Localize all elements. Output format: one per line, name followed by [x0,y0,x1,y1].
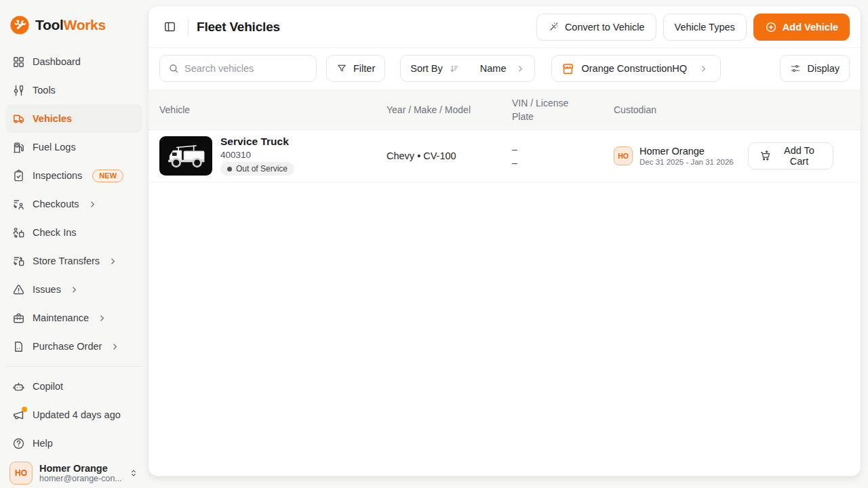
year-make-model-cell: Chevy • CV-100 [387,130,512,182]
custodian-cell: HO Homer Orange Dec 31 2025 - Jan 31 202… [614,130,748,182]
warning-triangle-icon [12,283,25,296]
filter-label: Filter [353,63,375,74]
sidebar-item-help[interactable]: Help [5,429,142,458]
sidebar-footer-nav: Copilot Updated 4 days ago Help [5,366,142,458]
search-box [159,55,317,82]
display-button[interactable]: Display [780,55,850,82]
convert-to-vehicle-label: Convert to Vehicle [565,22,645,33]
vehicle-types-label: Vehicle Types [675,22,735,33]
cart-plus-icon [760,150,771,161]
sidebar-item-vehicles[interactable]: Vehicles [5,104,142,133]
status-badge: Out of Service [220,162,294,176]
sidebar-item-label: Fuel Logs [33,142,76,152]
sidebar-item-label: Checkouts [33,199,79,209]
sliders-icon [790,63,801,74]
sidebar-item-label: Updated 4 days ago [33,409,121,420]
checkout-icon [12,198,25,211]
user-avatar: HO [9,462,33,485]
add-vehicle-button[interactable]: Add Vehicle [753,14,850,41]
robot-icon [12,380,25,393]
license-plate-value: – [512,157,517,168]
toolworks-logo-icon [9,15,30,35]
checkin-icon [12,226,25,239]
storefront-icon [561,62,574,75]
column-header-vin: VIN / License Plate [512,91,587,129]
vehicle-name[interactable]: Service Truck [220,136,294,148]
dashboard-icon [12,56,25,68]
sort-by-label: Sort By [410,63,443,74]
header-divider [188,20,189,35]
chevron-right-icon [111,342,119,351]
vin-value: – [512,144,517,155]
table-row[interactable]: Service Truck 400310 Out of Service Chev… [149,130,861,182]
filter-button[interactable]: Filter [326,55,385,82]
plus-circle-icon [765,21,777,33]
sidebar-item-label: Dashboard [33,56,81,67]
sidebar-item-issues[interactable]: Issues [5,275,142,304]
sidebar-item-check-ins[interactable]: Check Ins [5,218,142,247]
truck-icon [12,113,25,125]
sidebar-item-fuel-logs[interactable]: Fuel Logs [5,133,142,161]
header-actions: Convert to Vehicle Vehicle Types Add Veh… [536,14,850,41]
location-selector[interactable]: Orange ConstructionHQ [551,55,721,82]
column-header-year-make-model: Year / Make / Model [387,91,512,129]
sidebar-item-label: Check Ins [33,227,76,238]
main-panel: Fleet Vehicles Convert to Vehicle Vehicl… [148,5,861,476]
convert-to-vehicle-button[interactable]: Convert to Vehicle [536,14,656,41]
sidebar-item-label: Inspections [33,170,82,181]
sidebar-item-label: Tools [33,85,56,96]
location-value: Orange ConstructionHQ [581,63,687,74]
table-header: Vehicle Year / Make / Model VIN / Licens… [149,90,861,130]
vehicle-cell: Service Truck 400310 Out of Service [149,130,387,182]
status-dot-icon [227,167,232,171]
vehicle-thumbnail [159,136,212,176]
vehicle-meta: Service Truck 400310 Out of Service [220,136,294,176]
sort-value: Name [480,63,507,74]
sidebar-item-inspections[interactable]: Inspections NEW [5,161,142,190]
column-header-vehicle: Vehicle [149,91,387,129]
custodian-avatar: HO [614,146,633,165]
sidebar-item-tools[interactable]: Tools [5,76,142,104]
chevron-right-icon [88,200,97,209]
tools-icon [12,84,25,97]
chevron-right-icon [699,64,708,73]
sidebar-item-label: Help [33,438,53,449]
sidebar-item-label: Store Transfers [33,256,100,266]
brand-logo: ToolWorks [5,12,142,47]
megaphone-icon [12,409,25,422]
page-title: Fleet Vehicles [197,20,280,35]
sidebar-item-checkouts[interactable]: Checkouts [5,190,142,218]
add-to-cart-button[interactable]: Add To Cart [748,142,833,169]
toolbar: Filter Sort By Name Orange ConstructionH… [149,48,861,90]
sidebar-item-store-transfers[interactable]: Store Transfers [5,247,142,275]
vehicle-types-button[interactable]: Vehicle Types [663,14,747,41]
sidebar-item-updates[interactable]: Updated 4 days ago [5,401,142,429]
notification-dot [22,407,27,412]
chevron-right-icon [108,257,117,266]
sidebar-item-copilot[interactable]: Copilot [5,372,142,401]
search-icon [168,63,179,74]
user-meta: Homer Orange homer@orange-con... [39,463,122,483]
filter-icon [336,63,347,74]
display-label: Display [807,63,840,74]
sidebar-item-dashboard[interactable]: Dashboard [5,47,142,76]
add-vehicle-label: Add Vehicle [783,22,838,33]
search-input[interactable] [184,63,308,74]
user-menu[interactable]: HO Homer Orange homer@orange-con... [5,458,142,488]
sidebar: ToolWorks Dashboard Tools Vehicles Fuel [0,0,148,488]
user-name: Homer Orange [39,463,122,474]
sidebar-item-maintenance[interactable]: Maintenance [5,304,142,332]
custodian-meta: Homer Orange Dec 31 2025 - Jan 31 2026 [639,146,734,166]
wand-icon [548,21,559,33]
chevron-right-icon [516,64,525,73]
purchase-order-icon [12,340,25,353]
column-header-custodian: Custodian [614,91,748,129]
chevron-right-icon [70,285,79,294]
clipboard-check-icon [12,169,25,182]
sort-control[interactable]: Sort By Name [400,55,535,82]
sidebar-toggle-button[interactable] [159,17,180,37]
sidebar-item-purchase-order[interactable]: Purchase Order [5,332,142,361]
brand-name: ToolWorks [35,17,106,33]
toolbox-icon [12,312,25,325]
sidebar-item-label: Vehicles [33,113,72,124]
